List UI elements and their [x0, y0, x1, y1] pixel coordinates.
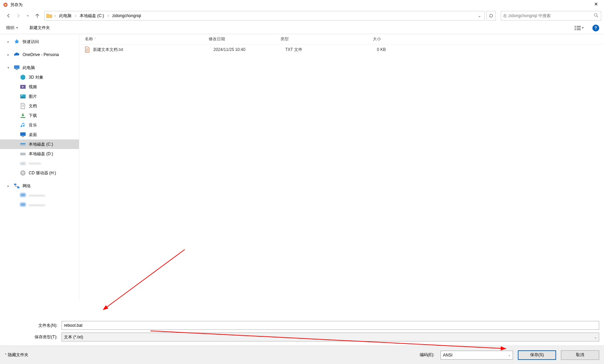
chevron-right-icon[interactable]: ›: [54, 13, 56, 18]
nav-row: ▾ › 此电脑 › 本地磁盘 (C:) › zidongchongnqi ⌄: [0, 10, 604, 22]
col-type[interactable]: 类型: [278, 36, 339, 42]
svg-rect-27: [17, 187, 19, 188]
pc-icon: [20, 192, 26, 199]
breadcrumb-drive[interactable]: 本地磁盘 (C:): [78, 12, 105, 20]
sidebar-item-onedrive[interactable]: ▸OneDrive - Persona: [0, 50, 79, 59]
breadcrumb-thispc[interactable]: 此电脑: [58, 12, 73, 20]
title-bar: 另存为 ✕: [0, 0, 604, 10]
sidebar-label: 文档: [29, 103, 37, 109]
close-icon[interactable]: ✕: [591, 1, 601, 8]
file-name: 新建文本文档.txt: [90, 47, 211, 53]
file-date: 2024/11/25 10:40: [211, 47, 283, 52]
sidebar-item-thispc[interactable]: ▾此电脑: [0, 63, 79, 72]
sidebar-label: 桌面: [29, 132, 37, 138]
view-options-button[interactable]: ▼: [575, 26, 584, 30]
col-date[interactable]: 修改日期: [206, 36, 278, 42]
organize-button[interactable]: 组织 ▼: [5, 24, 20, 32]
sidebar-item-drive-d[interactable]: 本地磁盘 (D:): [0, 149, 79, 159]
svg-rect-15: [22, 105, 24, 105]
svg-rect-16: [22, 106, 24, 106]
search-box[interactable]: [501, 11, 601, 21]
filename-label: 文件名(N):: [5, 323, 60, 328]
cancel-button[interactable]: 取消: [561, 350, 599, 360]
hide-folders-button[interactable]: ˄ 隐藏文件夹: [5, 352, 28, 358]
svg-point-2: [594, 13, 597, 16]
svg-rect-19: [22, 136, 24, 137]
sidebar-item-downloads[interactable]: 下载: [0, 111, 79, 120]
breadcrumb-folder[interactable]: zidongchongnqi: [111, 12, 142, 20]
refresh-button[interactable]: [486, 11, 496, 21]
encoding-select[interactable]: ANSI ⌄: [441, 351, 513, 360]
sidebar-item-3dobjects[interactable]: 3D 对象: [0, 72, 79, 82]
svg-rect-4: [575, 26, 576, 27]
sidebar-label: 下载: [29, 113, 37, 119]
file-row[interactable]: 新建文本文档.txt 2024/11/25 10:40 TXT 文件 0 KB: [79, 44, 604, 55]
help-button[interactable]: ?: [592, 25, 599, 31]
sidebar-item-pictures[interactable]: 图片: [0, 92, 79, 101]
sidebar-item-documents[interactable]: 文档: [0, 101, 79, 111]
filetype-select[interactable]: 文本 (*.txt) ⌄: [62, 333, 599, 341]
forward-button[interactable]: [14, 12, 22, 19]
text-file-icon: [84, 46, 90, 53]
sidebar-label: 视频: [29, 84, 37, 90]
sidebar-item-desktop[interactable]: 桌面: [0, 130, 79, 139]
filetype-label: 保存类型(T):: [5, 334, 60, 340]
hide-folders-label: 隐藏文件夹: [8, 352, 28, 358]
desktop-icon: [20, 132, 26, 138]
new-folder-label: 新建文件夹: [29, 25, 50, 31]
sidebar-label: 图片: [29, 94, 37, 99]
back-button[interactable]: [5, 12, 12, 19]
file-list[interactable]: 名称˄ 修改日期 类型 大小 新建文本文档.txt 2024/11/25 10:…: [79, 34, 604, 301]
svg-rect-26: [14, 184, 16, 185]
filename-input[interactable]: [62, 321, 599, 330]
star-icon: [14, 39, 20, 45]
sidebar-item-blurred[interactable]: ————: [0, 200, 79, 210]
sidebar-item-network[interactable]: ▸网络: [0, 181, 79, 191]
sidebar-item-drive-c[interactable]: 本地磁盘 (C:): [0, 139, 79, 149]
sidebar-label: 本地磁盘 (D:): [29, 151, 53, 157]
address-dropdown-icon[interactable]: ⌄: [476, 13, 483, 18]
sidebar-label: CD 驱动器 (H:): [29, 170, 56, 176]
encoding-value: ANSI: [443, 353, 452, 358]
bottom-panel: 文件名(N): 保存类型(T): 文本 (*.txt) ⌄ ˄ 隐藏文件夹 编码…: [0, 316, 604, 364]
chevron-down-icon: ▼: [581, 26, 584, 29]
sidebar-item-videos[interactable]: 视频: [0, 82, 79, 92]
svg-rect-17: [21, 117, 25, 118]
chevron-down-icon: ⌄: [508, 353, 511, 357]
file-size: 0 KB: [344, 47, 389, 52]
sidebar-item-blurred[interactable]: ———: [0, 159, 79, 168]
new-folder-button[interactable]: 新建文件夹: [28, 24, 51, 32]
disk-icon: [20, 160, 26, 166]
col-size[interactable]: 大小: [339, 36, 384, 42]
save-button[interactable]: 保存(S): [518, 350, 556, 360]
sidebar-item-cddrive[interactable]: CD 驱动器 (H:): [0, 168, 79, 178]
chevron-right-icon[interactable]: ›: [107, 13, 109, 18]
sidebar: ▸快速访问 ▸OneDrive - Persona ▾此电脑 3D 对象 视频 …: [0, 34, 79, 301]
sidebar-item-music[interactable]: 音乐: [0, 120, 79, 130]
pc-icon: [20, 202, 26, 208]
cube-icon: [20, 74, 26, 80]
window-title: 另存为: [10, 2, 591, 8]
disk-icon: [20, 151, 26, 157]
document-icon: [20, 103, 26, 109]
sidebar-label: OneDrive - Persona: [23, 52, 59, 57]
col-name[interactable]: 名称˄: [79, 36, 206, 42]
sidebar-label: 3D 对象: [29, 75, 43, 80]
file-type: TXT 文件: [283, 47, 344, 53]
address-bar[interactable]: › 此电脑 › 本地磁盘 (C:) › zidongchongnqi ⌄: [44, 11, 485, 21]
svg-rect-9: [577, 29, 581, 30]
svg-rect-29: [20, 203, 26, 206]
sidebar-item-quick-access[interactable]: ▸快速访问: [0, 37, 79, 46]
svg-point-14: [21, 95, 22, 96]
search-icon[interactable]: [593, 13, 599, 19]
sidebar-item-blurred[interactable]: ————: [0, 191, 79, 200]
svg-rect-6: [575, 28, 576, 28]
search-input[interactable]: [503, 13, 593, 18]
picture-icon: [20, 93, 26, 99]
recent-dropdown-icon[interactable]: ▾: [24, 12, 31, 19]
up-button[interactable]: [34, 12, 41, 19]
filetype-value: 文本 (*.txt): [64, 334, 83, 340]
network-icon: [14, 183, 20, 189]
chevron-right-icon[interactable]: ›: [74, 13, 77, 18]
sidebar-label: 本地磁盘 (C:): [29, 141, 53, 147]
